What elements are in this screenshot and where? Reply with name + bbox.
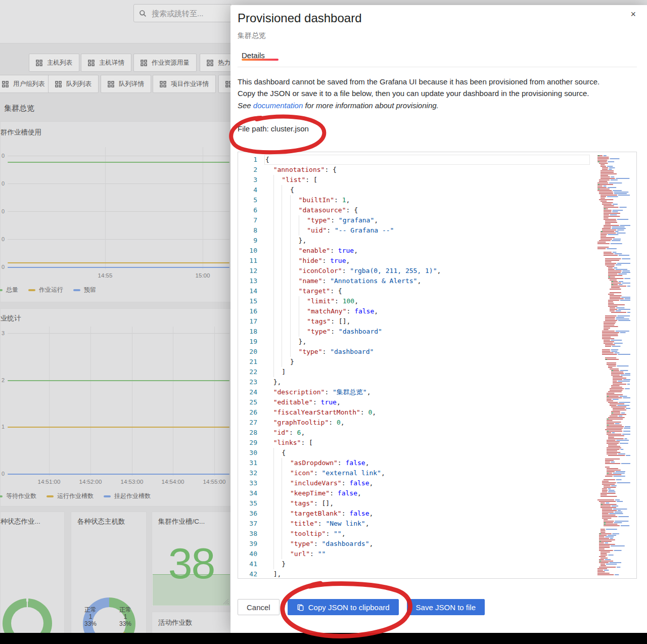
code-line-content: "id": 6,	[265, 428, 305, 438]
line-number: 26	[238, 407, 265, 418]
code-line[interactable]: 9},	[238, 236, 636, 246]
line-number: 4	[238, 185, 265, 195]
code-line-content: "type": "dashboards",	[265, 539, 373, 549]
code-line[interactable]: 29"links": [	[238, 438, 636, 448]
line-number: 15	[238, 296, 265, 306]
code-line[interactable]: 21}	[238, 357, 636, 367]
line-number: 7	[238, 215, 265, 225]
code-line[interactable]: 36"targetBlank": false,	[238, 509, 636, 519]
code-line[interactable]: 34"keepTime": false,	[238, 488, 636, 498]
code-line[interactable]: 37"title": "New link",	[238, 519, 636, 529]
code-line-content: }	[265, 357, 294, 367]
code-line[interactable]: 10"enable": true,	[238, 246, 636, 256]
line-number: 13	[238, 276, 265, 286]
code-line-content: "list": [	[265, 175, 317, 185]
line-number: 35	[238, 498, 265, 509]
code-line[interactable]: 6"datasource": {	[238, 205, 636, 215]
code-line[interactable]: 18"type": "dashboard"	[238, 327, 636, 337]
provisioned-dashboard-modal: × Provisioned dashboard 集群总览 Details Thi…	[230, 5, 647, 633]
code-line[interactable]: 1{	[238, 155, 636, 165]
code-line-content: "icon": "external link",	[265, 468, 385, 478]
code-line[interactable]: 39"type": "dashboards",	[238, 539, 636, 549]
code-line-content: "tooltip": "",	[265, 529, 346, 539]
code-line[interactable]: 19},	[238, 337, 636, 347]
close-icon[interactable]: ×	[627, 9, 639, 19]
line-number: 9	[238, 236, 265, 246]
line-number: 41	[238, 559, 265, 569]
code-line[interactable]: 4{	[238, 185, 636, 195]
line-number: 10	[238, 246, 265, 256]
code-line[interactable]: 5"builtIn": 1,	[238, 195, 636, 205]
save-json-button[interactable]: Save JSON to file	[407, 599, 485, 615]
code-line-content: "type": "dashboard"	[265, 347, 374, 357]
code-line[interactable]: 12"iconColor": "rgba(0, 211, 255, 1)",	[238, 266, 636, 276]
line-number: 25	[238, 397, 265, 407]
body-line-3: See documentation for more information a…	[238, 100, 634, 111]
code-line-content: ],	[265, 569, 281, 579]
code-line-content: "includeVars": false,	[265, 478, 373, 488]
editor-minimap[interactable]	[595, 154, 631, 577]
line-number: 20	[238, 347, 265, 357]
line-number: 19	[238, 337, 265, 347]
code-line[interactable]: 17"tags": [],	[238, 316, 636, 327]
copy-json-label: Copy JSON to clipboard	[308, 603, 390, 612]
code-line-content: {	[265, 155, 269, 165]
code-line[interactable]: 27"graphTooltip": 0,	[238, 418, 636, 428]
code-line[interactable]: 30{	[238, 448, 636, 458]
code-line-content: "target": {	[265, 286, 342, 296]
code-line[interactable]: 11"hide": true,	[238, 256, 636, 266]
code-line[interactable]: 23},	[238, 377, 636, 387]
code-line[interactable]: 7"type": "grafana",	[238, 215, 636, 225]
cancel-button[interactable]: Cancel	[238, 599, 280, 615]
line-number: 1	[238, 155, 265, 165]
code-line[interactable]: 35"tags": [],	[238, 498, 636, 509]
code-line[interactable]: 20"type": "dashboard"	[238, 347, 636, 357]
code-line[interactable]: 16"matchAny": false,	[238, 306, 636, 316]
json-code-editor[interactable]: 1{2"annotations": {3"list": [4{5"builtIn…	[238, 152, 637, 579]
line-number: 18	[238, 327, 265, 337]
code-line[interactable]: 15"limit": 100,	[238, 296, 636, 306]
screenshot-root: { "dashboard": { "search": {"placeholder…	[0, 0, 647, 644]
copy-json-button[interactable]: Copy JSON to clipboard	[288, 599, 399, 615]
code-line-content: "fiscalYearStartMonth": 0,	[265, 407, 376, 418]
code-line-content: "iconColor": "rgba(0, 211, 255, 1)",	[265, 266, 441, 276]
code-line-content: "enable": true,	[265, 246, 358, 256]
code-line-content: {	[265, 185, 294, 195]
code-line[interactable]: 14"target": {	[238, 286, 636, 296]
tab-details[interactable]: Details	[242, 51, 265, 60]
code-line[interactable]: 41}	[238, 559, 636, 569]
code-line[interactable]: 32"icon": "external link",	[238, 468, 636, 478]
code-line-content: },	[265, 377, 281, 387]
code-line[interactable]: 13"name": "Annotations & Alerts",	[238, 276, 636, 286]
code-line[interactable]: 8"uid": "-- Grafana --"	[238, 225, 636, 236]
code-line[interactable]: 40"url": ""	[238, 549, 636, 559]
line-number: 3	[238, 175, 265, 185]
modal-actions: Cancel Copy JSON to clipboard Save JSON …	[238, 599, 485, 615]
line-number: 32	[238, 468, 265, 478]
code-line[interactable]: 31"asDropdown": false,	[238, 458, 636, 468]
code-line[interactable]: 42],	[238, 569, 636, 579]
code-line[interactable]: 22]	[238, 367, 636, 377]
code-line-content: },	[265, 337, 306, 347]
code-line-content: "uid": "-- Grafana --"	[265, 225, 394, 236]
code-line[interactable]: 38"tooltip": "",	[238, 529, 636, 539]
code-line-content: "name": "Annotations & Alerts",	[265, 276, 421, 286]
line-number: 12	[238, 266, 265, 276]
line-number: 6	[238, 205, 265, 215]
code-line-content: "links": [	[265, 438, 313, 448]
documentation-link[interactable]: documentation	[253, 101, 303, 110]
line-number: 23	[238, 377, 265, 387]
code-line[interactable]: 24"description": "集群总览",	[238, 387, 636, 397]
clipboard-icon	[297, 604, 304, 611]
code-line[interactable]: 25"editable": true,	[238, 397, 636, 407]
code-line[interactable]: 33"includeVars": false,	[238, 478, 636, 488]
code-line[interactable]: 26"fiscalYearStartMonth": 0,	[238, 407, 636, 418]
file-path: File path: cluster.json	[238, 124, 309, 133]
line-number: 8	[238, 225, 265, 236]
body-line-1: This dashboard cannot be saved from the …	[238, 76, 634, 87]
code-line[interactable]: 28"id": 6,	[238, 428, 636, 438]
code-line[interactable]: 2"annotations": {	[238, 165, 636, 175]
line-number: 39	[238, 539, 265, 549]
code-line-content: "description": "集群总览",	[265, 387, 371, 397]
code-line[interactable]: 3"list": [	[238, 175, 636, 185]
